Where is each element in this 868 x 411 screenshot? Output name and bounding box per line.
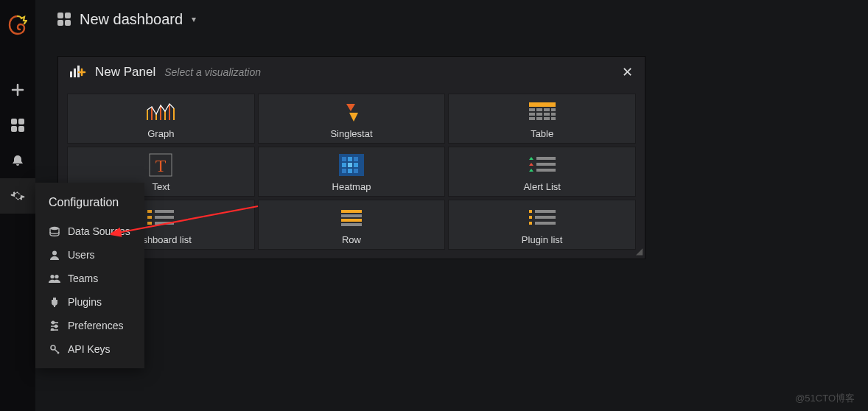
svg-rect-42 [155,216,174,219]
viz-label: Alert List [523,181,561,192]
viz-plugin-list[interactable]: Plugin list [448,200,636,250]
svg-rect-14 [551,108,556,111]
svg-rect-29 [342,163,346,167]
create-icon[interactable] [0,72,35,108]
svg-rect-36 [536,163,556,166]
viz-label: Row [342,234,361,245]
svg-rect-22 [551,117,556,120]
viz-heatmap[interactable]: Heatmap [258,147,446,197]
svg-point-59 [51,329,53,331]
watermark: @51CTO博客 [795,392,855,405]
svg-point-50 [50,227,59,230]
panel-subtitle: Select a visualization [164,66,261,78]
configuration-icon[interactable] [0,178,35,214]
svg-rect-44 [529,210,532,213]
svg-rect-13 [544,108,550,111]
svg-rect-33 [348,169,352,173]
svg-rect-21 [544,117,550,120]
svg-rect-19 [529,117,535,120]
svg-rect-15 [529,113,535,116]
viz-label: Graph [147,128,174,139]
database-icon [49,226,60,236]
svg-point-52 [50,275,54,278]
svg-point-55 [52,321,54,323]
svg-rect-40 [147,222,152,225]
svg-rect-12 [536,108,542,111]
viz-row[interactable]: Row [258,200,446,250]
text-icon: T [148,152,173,178]
table-icon [528,99,557,125]
close-icon[interactable]: ✕ [622,64,633,80]
viz-label: Plugin list [522,234,563,245]
svg-point-53 [55,275,58,278]
svg-rect-35 [536,157,556,160]
svg-rect-27 [348,157,352,161]
chevron-down-icon[interactable]: ▾ [192,14,196,24]
viz-label: Text [152,181,169,192]
new-panel-card: New Panel Select a visualization ✕ Graph… [57,56,645,259]
config-item-users[interactable]: Users [35,243,144,267]
flyout-label: Data Sources [68,225,130,237]
sliders-icon [49,320,60,331]
svg-text:T: T [155,156,167,175]
viz-label: Table [531,128,553,139]
viz-label: Singlestat [330,128,372,139]
flyout-label: Users [68,249,95,261]
flyout-title: Configuration [35,192,144,219]
svg-point-51 [52,251,57,256]
singlestat-icon [339,99,364,125]
alerting-icon[interactable] [0,143,35,178]
config-item-plugins[interactable]: Plugins [35,290,144,314]
flyout-label: Teams [68,273,98,284]
dashboard-title[interactable]: New dashboard [80,11,183,28]
topbar: New dashboard ▾ [35,0,196,38]
viz-table[interactable]: Table [448,94,636,144]
users-icon [49,273,60,284]
flyout-label: Plugins [68,296,102,308]
viz-label: Heatmap [332,181,371,192]
viz-graph[interactable]: Graph [67,94,255,144]
svg-rect-31 [354,163,358,167]
viz-singlestat[interactable]: Singlestat [258,94,446,144]
svg-rect-18 [551,113,556,116]
svg-rect-20 [536,117,542,120]
plug-icon [49,297,60,307]
row-icon [341,205,362,231]
svg-rect-11 [529,108,535,111]
config-item-teams[interactable]: Teams [35,267,144,290]
config-item-data-sources[interactable]: Data Sources [35,219,144,243]
svg-rect-0 [70,71,72,77]
sidebar-rail [0,0,35,411]
svg-rect-34 [354,169,358,173]
graph-icon [144,99,177,125]
svg-rect-26 [342,157,346,161]
panel-header: New Panel Select a visualization ✕ [58,57,645,88]
config-item-preferences[interactable]: Preferences [35,314,144,337]
flyout-label: API Keys [68,343,111,355]
svg-rect-41 [155,210,174,213]
bar-chart-icon [70,64,86,80]
svg-rect-39 [147,216,152,219]
svg-rect-46 [529,222,532,225]
plugin-list-icon [526,205,559,231]
svg-rect-47 [535,210,556,213]
svg-rect-49 [535,222,556,225]
svg-rect-37 [536,169,556,172]
alert-list-icon [526,152,559,178]
configuration-flyout: Configuration Data Sources Users Teams P… [35,183,144,368]
key-icon [49,344,60,354]
visualization-grid: Graph Singlestat Table T Text Heatmap [58,88,645,259]
config-item-api-keys[interactable]: API Keys [35,337,144,361]
grafana-logo[interactable] [0,7,35,43]
dashboards-icon[interactable] [0,108,35,143]
dashboard-icon [57,13,71,26]
svg-rect-32 [342,169,346,173]
svg-rect-28 [354,157,358,161]
svg-rect-43 [155,222,174,225]
viz-alert-list[interactable]: Alert List [448,147,636,197]
svg-rect-16 [536,113,542,116]
svg-rect-30 [348,163,352,167]
svg-rect-1 [74,68,76,77]
svg-rect-38 [147,210,152,213]
flyout-label: Preferences [68,320,123,331]
